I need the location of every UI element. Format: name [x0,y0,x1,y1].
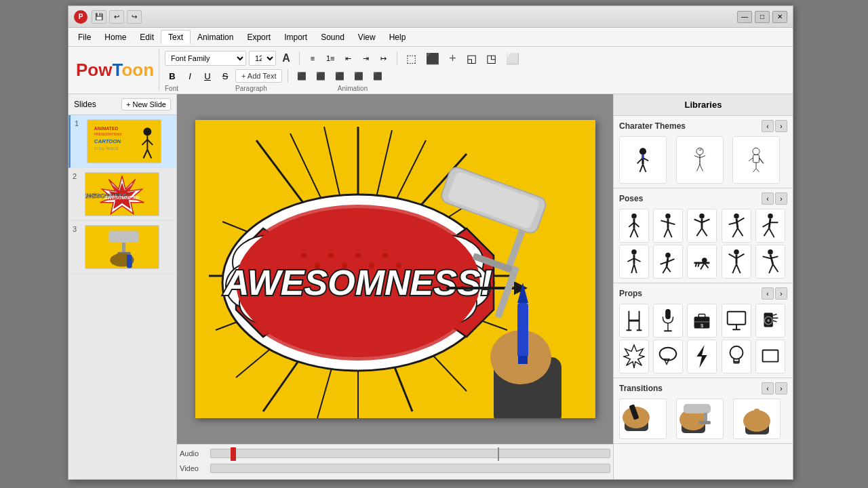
svg-point-82 [639,148,646,155]
anim-in-button[interactable]: ⬚ [403,51,420,66]
menu-file[interactable]: File [71,30,98,44]
unordered-list-button[interactable]: ≡ [305,51,320,66]
pose-8[interactable] [687,245,717,279]
maximize-button[interactable]: □ [755,11,770,23]
minimize-button[interactable]: — [737,11,752,23]
prop-speech-bubble[interactable] [653,340,683,373]
close-button[interactable]: ✕ [772,11,787,23]
poses-nav-prev[interactable]: ‹ [762,192,774,205]
undo-button[interactable]: ↩ [109,10,124,24]
char-nav-next[interactable]: › [775,120,787,132]
indent-increase-button[interactable]: ⇥ [359,51,374,66]
align-center-button[interactable]: ⬛ [313,68,329,83]
prop-screen[interactable] [722,304,751,338]
pose-6[interactable] [619,245,649,279]
add-text-button[interactable]: + Add Text [235,69,282,83]
slide-item-3[interactable]: 3 [68,221,176,274]
slide-item-2[interactable]: 2 AWESOMNESS! AWESOMNESS! [68,168,176,221]
poses-nav-next[interactable]: › [775,192,787,205]
ordered-list-button[interactable]: 1≡ [323,51,338,66]
audio-track[interactable] [210,449,610,458]
indent-right-button[interactable]: ↦ [376,51,391,66]
svg-line-139 [631,264,634,273]
align-left-button[interactable]: ⬛ [294,68,310,83]
pose-9[interactable] [722,245,751,279]
prop-chair[interactable] [619,304,649,338]
svg-line-156 [736,254,744,259]
anim-out-button[interactable]: ◱ [463,51,480,66]
menu-animation[interactable]: Animation [191,30,240,44]
align-right-button[interactable]: ⬛ [332,68,348,83]
italic-button[interactable]: I [182,68,197,83]
redo-button[interactable]: ↪ [127,10,142,24]
prop-explosion[interactable] [619,340,649,373]
underline-button[interactable]: U [200,68,215,83]
anim-box-button[interactable]: ⬜ [502,51,523,66]
pose-10[interactable] [755,245,785,279]
menu-import[interactable]: Import [277,30,314,44]
transition-2[interactable] [676,399,724,439]
char-theme-1[interactable] [619,136,667,184]
prop-briefcase[interactable]: $ [687,304,717,338]
prop-lightbulb[interactable] [722,340,751,373]
indent-decrease-button[interactable]: ⇤ [341,51,356,66]
pose-7[interactable] [653,245,683,279]
svg-line-128 [737,228,743,236]
prop-lightning[interactable] [687,340,717,373]
pose-5[interactable] [755,209,785,243]
pose-1[interactable] [619,209,649,243]
slide-item-1[interactable]: 1 ANIMATED PRESENTATIONS CARTOON STYLE V… [68,115,176,168]
prop-rectangle[interactable] [755,340,785,373]
pose-4[interactable] [722,209,751,243]
transition-3[interactable] [733,399,781,439]
props-nav-prev[interactable]: ‹ [762,287,774,300]
slide-canvas[interactable]: AWESOMNESS! [195,120,595,418]
char-nav-prev[interactable]: ‹ [762,120,774,132]
text-direction-button[interactable]: ⬛ [370,68,386,83]
menu-export[interactable]: Export [240,30,277,44]
font-family-select[interactable]: Font Family [165,51,246,66]
menu-text[interactable]: Text [161,30,191,45]
menu-sound[interactable]: Sound [314,30,351,44]
video-track[interactable] [210,464,610,473]
menu-edit[interactable]: Edit [133,30,161,44]
svg-point-182 [767,319,770,322]
svg-line-122 [702,228,707,236]
transition-1[interactable] [619,399,667,439]
video-label: Video [180,464,210,472]
save-button[interactable]: 💾 [92,10,106,24]
char-theme-2[interactable] [676,136,724,184]
pose-3[interactable] [687,209,717,243]
slide-thumb-1: ANIMATED PRESENTATIONS CARTOON STYLE VID… [87,119,161,163]
svg-line-104 [756,169,759,172]
paragraph-section-label: Paragraph [235,85,267,92]
font-size-select[interactable]: 12 [249,51,276,66]
pose-2[interactable] [653,209,683,243]
strikethrough-button[interactable]: S [218,68,233,83]
prop-mic[interactable] [653,304,683,338]
trans-nav-next[interactable]: › [775,382,787,394]
svg-rect-17 [108,230,138,243]
props-section: Props ‹ › [614,283,793,378]
props-nav-next[interactable]: › [775,287,787,300]
svg-rect-203 [698,421,711,424]
canvas-wrapper[interactable]: AWESOMNESS! [177,94,613,444]
trans-nav-prev[interactable]: ‹ [762,382,774,394]
libraries-panel: Libraries Charater Themes ‹ › [613,94,793,479]
anim-corner-button[interactable]: ◳ [483,51,500,66]
menu-home[interactable]: Home [98,30,133,44]
anim-mid-button[interactable]: ⬛ [422,51,443,66]
svg-rect-202 [704,413,707,422]
main-content: Slides + New Slide 1 ANIMATED PRESENTATI… [68,94,793,479]
anim-add-button[interactable]: + [446,51,460,66]
new-slide-button[interactable]: + New Slide [121,98,171,110]
font-increase-button[interactable]: A [279,51,294,66]
audio-label: Audio [180,449,210,458]
svg-line-161 [762,256,770,258]
bold-button[interactable]: B [165,68,180,83]
align-justify-button[interactable]: ⬛ [351,68,367,83]
menu-view[interactable]: View [351,30,382,44]
char-theme-3[interactable] [732,136,780,184]
menu-help[interactable]: Help [382,30,413,44]
prop-speaker[interactable] [755,304,785,338]
